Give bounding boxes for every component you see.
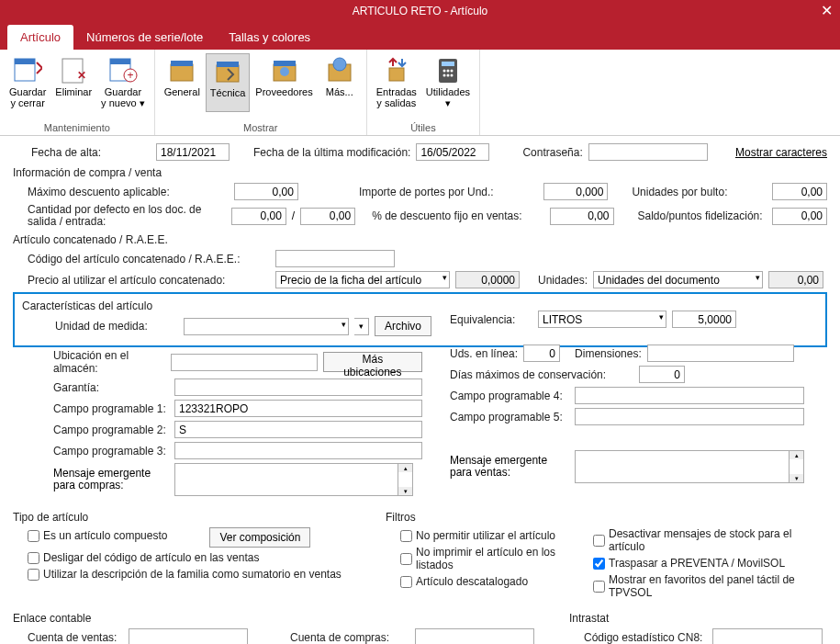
uds-bulto-input[interactable] bbox=[772, 183, 827, 200]
uds-linea-input[interactable] bbox=[523, 345, 560, 362]
chevron-down-icon[interactable]: ▾ bbox=[354, 318, 369, 335]
garantia-input[interactable] bbox=[174, 378, 422, 396]
msg-compras-textarea[interactable] bbox=[175, 464, 398, 495]
traspasar-label: Traspasar a PREVENTA / MovilSOL bbox=[609, 557, 785, 570]
tool-icon bbox=[213, 56, 242, 85]
save-close-icon bbox=[13, 55, 42, 85]
ribbon-group-mantenimiento: Guardar y cerrar ✕ Eliminar + Guardar y … bbox=[0, 50, 155, 135]
ubicacion-label: Ubicación en el almacén: bbox=[13, 349, 165, 375]
desactivar-stock-check[interactable] bbox=[593, 535, 605, 547]
cta-compras-input[interactable] bbox=[415, 628, 534, 644]
no-imprimir-check[interactable] bbox=[400, 553, 412, 565]
msg-ventas-spin[interactable]: ▴▾ bbox=[789, 451, 803, 482]
unidad-medida-label: Unidad de medida: bbox=[22, 320, 178, 333]
intrastat-title: Intrastat bbox=[569, 612, 827, 625]
codigo-concat-label: Código del artículo concatenado / R.A.E.… bbox=[13, 253, 270, 266]
mas-ubicaciones-button[interactable]: Más ubicaciones bbox=[323, 352, 422, 372]
campo3-label: Campo programable 3: bbox=[13, 445, 169, 458]
general-button[interactable]: General bbox=[161, 53, 204, 112]
tecnica-button[interactable]: Técnica bbox=[206, 53, 251, 112]
pct-desc-label: % de descuento fijo en ventas: bbox=[372, 209, 543, 222]
favoritos-label: Mostrar en favoritos del panel táctil de… bbox=[609, 573, 827, 599]
svg-rect-9 bbox=[171, 61, 193, 66]
tab-articulo[interactable]: Artículo bbox=[7, 25, 73, 50]
cant-salida-input[interactable] bbox=[231, 208, 286, 225]
mostrar-caracteres-link[interactable]: Mostrar caracteres bbox=[735, 146, 827, 159]
desligar-check[interactable] bbox=[28, 552, 39, 564]
codigo-concat-input[interactable] bbox=[275, 250, 395, 267]
proveedores-button[interactable]: Proveedores bbox=[252, 53, 316, 112]
globe-icon bbox=[325, 55, 354, 85]
importe-portes-label: Importe de portes por Und.: bbox=[359, 186, 538, 198]
descatalogado-label: Artículo descatalogado bbox=[416, 575, 528, 588]
utilidades-button[interactable]: Utilidades ▾ bbox=[422, 53, 474, 110]
campo1-input[interactable] bbox=[174, 400, 422, 417]
cn8-label: Código estadístico CN8: bbox=[569, 631, 707, 644]
campo3-input[interactable] bbox=[174, 442, 422, 459]
max-desc-label: Máximo descuento aplicable: bbox=[13, 186, 229, 198]
dias-max-input[interactable] bbox=[639, 366, 685, 383]
equiv-select[interactable]: LITROS bbox=[538, 311, 666, 328]
equiv-val-input[interactable] bbox=[672, 311, 736, 328]
cant-entrada-input[interactable] bbox=[300, 208, 355, 225]
contrasena-input[interactable] bbox=[588, 143, 708, 161]
desactivar-stock-label: Desactivar mensajes de stock para el art… bbox=[609, 527, 827, 553]
dias-max-label: Días máximos de conservación: bbox=[450, 368, 633, 381]
enlace-title: Enlace contable bbox=[13, 612, 564, 625]
svg-rect-1 bbox=[15, 59, 35, 64]
no-imprimir-label: No imprimir el artículo en los listados bbox=[416, 546, 588, 571]
close-icon[interactable]: ✕ bbox=[821, 2, 833, 19]
save-new-button[interactable]: + Guardar y nuevo ▾ bbox=[97, 53, 149, 110]
compuesto-check[interactable] bbox=[28, 530, 39, 542]
archivo-button[interactable]: Archivo bbox=[375, 316, 431, 336]
descatalogado-check[interactable] bbox=[400, 576, 412, 588]
traspasar-check[interactable] bbox=[593, 558, 605, 570]
no-permitir-check[interactable] bbox=[400, 530, 412, 542]
window-titlebar: ARTICULO RETO - Artículo ✕ bbox=[0, 0, 840, 22]
mas-button[interactable]: Más... bbox=[319, 53, 361, 112]
saldo-label: Saldo/puntos fidelización: bbox=[638, 209, 767, 222]
svg-rect-17 bbox=[389, 68, 404, 81]
precio-concat-select[interactable]: Precio de la ficha del artículo bbox=[275, 271, 450, 288]
svg-point-25 bbox=[450, 74, 453, 77]
equiv-label: Equivalencia: bbox=[450, 313, 532, 326]
svg-rect-19 bbox=[442, 62, 454, 66]
desc-familia-label: Utilizar la descripción de la familia co… bbox=[43, 568, 342, 581]
dimensiones-input[interactable] bbox=[647, 345, 794, 362]
campo4-input[interactable] bbox=[575, 387, 804, 404]
favoritos-check[interactable] bbox=[593, 581, 605, 593]
cn8-input[interactable] bbox=[712, 628, 823, 644]
fecha-alta-input[interactable] bbox=[156, 143, 230, 161]
compuesto-label: Es un artículo compuesto bbox=[43, 529, 167, 542]
unidad-medida-input[interactable] bbox=[184, 318, 349, 335]
tab-serie-lote[interactable]: Números de serie/lote bbox=[73, 25, 216, 50]
cta-ventas-input[interactable] bbox=[129, 628, 248, 644]
campo1-label: Campo programable 1: bbox=[13, 402, 169, 415]
saldo-input[interactable] bbox=[772, 208, 827, 225]
uds-linea-label: Uds. en línea: bbox=[450, 347, 518, 360]
ribbon-label-mostrar: Mostrar bbox=[243, 122, 277, 133]
svg-point-21 bbox=[446, 70, 449, 73]
svg-rect-8 bbox=[171, 64, 193, 81]
msg-compras-spin[interactable]: ▴▾ bbox=[398, 464, 412, 495]
fecha-alta-label: Fecha de alta: bbox=[13, 146, 151, 159]
ver-composicion-button[interactable]: Ver composición bbox=[209, 527, 310, 548]
msg-ventas-box: ▴▾ bbox=[575, 450, 804, 483]
ubicacion-input[interactable] bbox=[171, 354, 318, 371]
save-close-button[interactable]: Guardar y cerrar bbox=[6, 53, 50, 110]
window-title: ARTICULO RETO - Artículo bbox=[353, 5, 488, 17]
unidades-concat-select[interactable]: Unidades del documento bbox=[593, 271, 763, 288]
delete-button[interactable]: ✕ Eliminar bbox=[51, 53, 95, 110]
msg-ventas-textarea[interactable] bbox=[576, 451, 789, 482]
importe-portes-input[interactable] bbox=[543, 183, 608, 200]
ribbon-group-utiles: Entradas y salidas Utilidades ▾ Útiles bbox=[367, 50, 480, 135]
max-desc-input[interactable] bbox=[234, 183, 298, 200]
campo5-input[interactable] bbox=[575, 408, 804, 425]
svg-point-20 bbox=[442, 70, 445, 73]
tab-tallas-colores[interactable]: Tallas y colores bbox=[216, 25, 323, 50]
campo4-label: Campo programable 4: bbox=[450, 390, 569, 402]
pct-desc-input[interactable] bbox=[550, 208, 614, 225]
entradas-salidas-button[interactable]: Entradas y salidas bbox=[373, 53, 420, 110]
desc-familia-check[interactable] bbox=[28, 569, 39, 581]
campo2-input[interactable] bbox=[174, 421, 422, 438]
